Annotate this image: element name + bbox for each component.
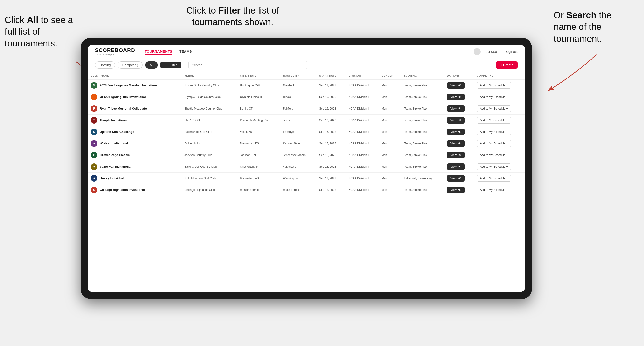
eye-icon: 👁 <box>458 83 462 87</box>
cell-city-state: Chesterton, IN <box>237 161 280 173</box>
cell-hosted-by: Le Moyne <box>280 126 316 138</box>
add-to-schedule-button[interactable]: Add to My Schedule + <box>477 82 511 89</box>
cell-division: NCAA Division I <box>346 115 379 126</box>
add-to-schedule-button[interactable]: Add to My Schedule + <box>477 164 511 170</box>
cell-city-state: Huntington, WV <box>237 80 280 91</box>
cell-competing: Add to My Schedule + <box>474 91 525 103</box>
add-to-schedule-button[interactable]: Add to My Schedule + <box>477 117 511 124</box>
cell-city-state: Manhattan, KS <box>237 138 280 149</box>
event-name-text: Wildcat Invitational <box>100 141 128 146</box>
cell-venue: Guyan Golf & Country Club <box>182 80 237 91</box>
view-button[interactable]: View 👁 <box>447 105 465 112</box>
cell-competing: Add to My Schedule + <box>474 115 525 126</box>
add-to-schedule-button[interactable]: Add to My Schedule + <box>477 175 511 182</box>
add-to-schedule-button[interactable]: Add to My Schedule + <box>477 105 511 112</box>
add-to-schedule-button[interactable]: Add to My Schedule + <box>477 129 511 135</box>
view-button[interactable]: View 👁 <box>447 129 465 135</box>
eye-icon: 👁 <box>458 130 462 134</box>
cell-hosted-by: Wake Forest <box>280 184 316 196</box>
cell-event-name: F Ryan T. Lee Memorial Collegiate <box>88 103 182 115</box>
col-start-date: START DATE <box>316 72 346 80</box>
eye-icon: 👁 <box>458 118 462 122</box>
cell-city-state: Westchester, IL <box>237 184 280 196</box>
table-row: U Upstate Dual Challenge Ravenwood Golf … <box>88 126 525 138</box>
add-to-schedule-button[interactable]: Add to My Schedule + <box>477 152 511 159</box>
filter-button[interactable]: ☰ Filter <box>160 62 181 68</box>
view-button[interactable]: View 👁 <box>447 94 465 100</box>
cell-actions: View 👁 <box>444 149 474 161</box>
add-to-schedule-button[interactable]: Add to My Schedule + <box>477 140 511 147</box>
user-name: Test User <box>484 50 498 54</box>
cell-division: NCAA Division I <box>346 103 379 115</box>
cell-scoring: Team, Stroke Play <box>401 184 444 196</box>
cell-city-state: Plymouth Meeting, PA <box>237 115 280 126</box>
col-gender: GENDER <box>378 72 401 80</box>
cell-actions: View 👁 <box>444 103 474 115</box>
search-input[interactable] <box>188 61 307 69</box>
cell-event-name: G Grover Page Classic <box>88 149 182 161</box>
eye-icon: 👁 <box>458 165 462 169</box>
view-button[interactable]: View 👁 <box>447 164 465 170</box>
create-button[interactable]: + Create <box>496 61 518 69</box>
view-button[interactable]: View 👁 <box>447 82 465 89</box>
team-logo: C <box>91 187 97 193</box>
user-avatar <box>474 48 481 55</box>
eye-icon: 👁 <box>458 107 462 111</box>
cell-gender: Men <box>378 103 401 115</box>
add-to-schedule-button[interactable]: Add to My Schedule + <box>477 94 511 100</box>
nav-teams[interactable]: TEAMS <box>179 48 192 55</box>
annotation-topleft: Click All to see a full list of tourname… <box>5 14 78 49</box>
cell-division: NCAA Division I <box>346 80 379 91</box>
cell-competing: Add to My Schedule + <box>474 173 525 184</box>
cell-event-name: V Valpo Fall Invitational <box>88 161 182 173</box>
separator: | <box>501 50 502 54</box>
table-row: I OFCC Fighting Illini Invitational Olym… <box>88 91 525 103</box>
cell-gender: Men <box>378 173 401 184</box>
nav-tournaments[interactable]: TOURNAMENTS <box>144 48 172 55</box>
cell-start-date: Sep 16, 2023 <box>316 103 346 115</box>
team-logo: W <box>91 175 97 182</box>
annotation-topright: Or Search thename of thetournament. <box>554 9 634 45</box>
filter-label: Filter <box>170 63 177 67</box>
tablet-device: SCOREBOARD Powered by clippd TOURNAMENTS… <box>81 38 532 299</box>
cell-actions: View 👁 <box>444 80 474 91</box>
view-button[interactable]: View 👁 <box>447 140 465 147</box>
sign-out-link[interactable]: Sign out <box>506 50 518 54</box>
cell-hosted-by: Fairfield <box>280 103 316 115</box>
tab-competing[interactable]: Competing <box>118 61 143 69</box>
nav-links: TOURNAMENTS TEAMS <box>144 48 474 55</box>
cell-division: NCAA Division I <box>346 149 379 161</box>
tablet-screen: SCOREBOARD Powered by clippd TOURNAMENTS… <box>88 45 525 292</box>
cell-scoring: Team, Stroke Play <box>401 115 444 126</box>
cell-actions: View 👁 <box>444 126 474 138</box>
cell-gender: Men <box>378 138 401 149</box>
cell-scoring: Team, Stroke Play <box>401 91 444 103</box>
view-button[interactable]: View 👁 <box>447 152 465 159</box>
cell-scoring: Team, Stroke Play <box>401 149 444 161</box>
view-button[interactable]: View 👁 <box>447 117 465 124</box>
cell-start-date: Sep 17, 2023 <box>316 138 346 149</box>
team-logo: V <box>91 164 97 170</box>
eye-icon: 👁 <box>458 153 462 157</box>
cell-actions: View 👁 <box>444 138 474 149</box>
cell-event-name: W Wildcat Invitational <box>88 138 182 149</box>
tab-hosting[interactable]: Hosting <box>95 61 115 69</box>
view-button[interactable]: View 👁 <box>447 187 465 193</box>
cell-gender: Men <box>378 91 401 103</box>
cell-event-name: I OFCC Fighting Illini Invitational <box>88 91 182 103</box>
cell-division: NCAA Division I <box>346 161 379 173</box>
cell-venue: Gold Mountain Golf Club <box>182 173 237 184</box>
cell-competing: Add to My Schedule + <box>474 149 525 161</box>
logo-area: SCOREBOARD Powered by clippd <box>95 47 135 56</box>
cell-actions: View 👁 <box>444 91 474 103</box>
cell-gender: Men <box>378 184 401 196</box>
tab-all[interactable]: All <box>145 61 158 69</box>
cell-gender: Men <box>378 115 401 126</box>
table-row: T Temple Invitational The 1912 Club Plym… <box>88 115 525 126</box>
cell-division: NCAA Division I <box>346 126 379 138</box>
cell-scoring: Individual, Stroke Play <box>401 173 444 184</box>
add-to-schedule-button[interactable]: Add to My Schedule + <box>477 187 511 193</box>
view-button[interactable]: View 👁 <box>447 175 465 182</box>
cell-venue: The 1912 Club <box>182 115 237 126</box>
cell-division: NCAA Division I <box>346 173 379 184</box>
